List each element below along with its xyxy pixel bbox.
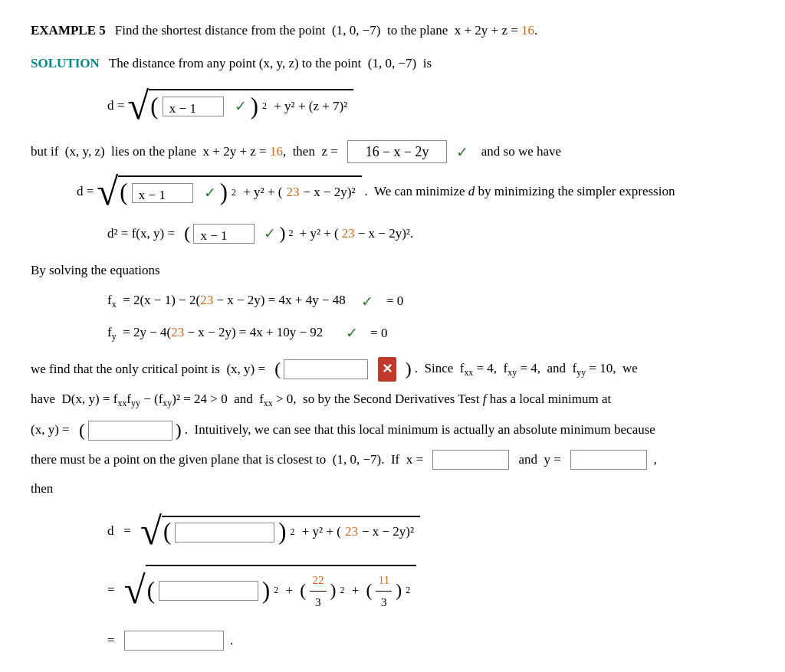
rp-f2: ) xyxy=(262,579,270,603)
critical-text1: we find that the only critical point is … xyxy=(31,358,265,382)
then-line: then xyxy=(31,477,754,501)
lp5: ( xyxy=(79,421,85,440)
eq-sym3: = xyxy=(107,629,115,653)
final-d-line1: d = √ ( )2 + y² + (23 − x − 2y)² xyxy=(107,512,754,551)
sqrt-content2: ( x − 1 ✓ )2 + y² + (23 − x − 2y)² xyxy=(118,175,361,209)
d-formula-2: d = √ ( x − 1 ✓ )2 + y² + (23 − x − 2y)²… xyxy=(77,172,754,211)
d-eq2: d = xyxy=(77,180,94,204)
lp-frac2: ( xyxy=(366,582,373,600)
exp-2: 2 xyxy=(262,98,267,114)
rp3: ) xyxy=(279,225,285,243)
const-23a: 23 xyxy=(286,181,299,205)
sqrt-sym-f1: √ xyxy=(140,512,162,551)
fy-equation: fy = 2y − 4(23 − x − 2y) = 4x + 10y − 92… xyxy=(107,320,754,346)
example-problem: Find the shortest distance from the poin… xyxy=(115,23,538,38)
input-final-blank1[interactable] xyxy=(175,523,274,543)
fx-text: fx = 2(x − 1) − 2(23 − x − 2y) = 4x + 4y… xyxy=(107,289,346,313)
d-final1: d = xyxy=(107,520,131,543)
and-y-text: and y = xyxy=(519,448,561,472)
input-xy-blank[interactable] xyxy=(88,421,172,441)
input-x-1-c[interactable]: x − 1 xyxy=(193,224,255,244)
critical-point-line: we find that the only critical point is … xyxy=(31,357,754,382)
sqrt-expr1: √ ( x − 1 ✓ )2 + y² + (z + 7)² xyxy=(127,87,353,126)
exp-f1: 2 xyxy=(291,524,295,540)
by-solving-text: By solving the equations xyxy=(31,259,160,283)
but-if-line: but if (x, y, z) lies on the plane x + 2… xyxy=(31,139,754,166)
d-squared-formula: d² = f(x, y) = ( x − 1 ✓ )2 + y² + (23 −… xyxy=(107,221,754,247)
lp-f2: ( xyxy=(147,579,155,603)
intuitively-text: . Intuitively, we can see that this loca… xyxy=(185,418,655,442)
sqrt-symbol: √ xyxy=(127,87,149,126)
lp-frac1: ( xyxy=(300,582,306,600)
check-5: ✓ xyxy=(361,289,373,315)
by-solving-label: By solving the equations xyxy=(31,259,754,283)
xy-point-line: (x, y) = ( ) . Intuitively, we can see t… xyxy=(31,418,754,442)
check-mark-1: ✓ xyxy=(235,93,247,120)
there-text1: there must be a point on the given plane… xyxy=(31,448,423,472)
sqrt-content-f2: ( )2 + ( 22 3 )2 + ( 11 3 )2 xyxy=(146,565,416,615)
lp-f1: ( xyxy=(163,520,171,544)
input-x-val[interactable] xyxy=(432,450,509,470)
input-x-1-b[interactable]: x − 1 xyxy=(132,183,193,203)
lp4: ( xyxy=(274,360,281,379)
sqrt-sym2: √ xyxy=(97,172,118,211)
rp4: ) xyxy=(406,360,412,379)
exp2c: 2 xyxy=(288,225,293,241)
right-paren: ) xyxy=(251,95,258,119)
frac2-den: 3 xyxy=(379,592,389,613)
frac1-num: 22 xyxy=(310,569,326,592)
example-label: EXAMPLE 5 xyxy=(31,23,106,38)
exp-frac2: 2 xyxy=(406,582,410,598)
sqrt-content-f1: ( )2 + y² + (23 − x − 2y)² xyxy=(162,516,420,547)
sqrt-expr2: √ ( x − 1 ✓ )2 + y² + (23 − x − 2y)² xyxy=(97,172,361,211)
rp-f1: ) xyxy=(278,520,286,544)
fraction-22-3: 22 3 xyxy=(310,569,326,612)
solution-text: The distance from any point (x, y, z) to… xyxy=(103,52,432,76)
and-so-text: and so we have xyxy=(481,140,561,164)
eq-zero-1: = 0 xyxy=(386,290,403,313)
fy-text: fy = 2y − 4(23 − x − 2y) = 4x + 10y − 92 xyxy=(107,321,323,346)
d-eq-label: d = xyxy=(107,94,124,118)
fx-equation: fx = 2(x − 1) − 2(23 − x − 2y) = 4x + 4y… xyxy=(107,289,754,315)
exp-frac1: 2 xyxy=(340,582,344,598)
there-line: there must be a point on the given plane… xyxy=(31,448,754,472)
sqrt-content1: ( x − 1 ✓ )2 + y² + (z + 7)² xyxy=(149,89,353,123)
lp3: ( xyxy=(184,225,190,243)
sqrt-sym-f2: √ xyxy=(124,571,146,610)
check-6: ✓ xyxy=(346,320,358,346)
since-text: . Since fxx = 4, fxy = 4, and fyy = 10, … xyxy=(415,357,638,382)
example-header: EXAMPLE 5 Find the shortest distance fro… xyxy=(31,23,754,38)
but-if-text: but if (x, y, z) lies on the plane x + 2… xyxy=(31,140,338,164)
x-mark: ✕ xyxy=(378,357,396,382)
sqrt-final2: √ ( )2 + ( 22 3 )2 + ( 11 3 )2 xyxy=(124,565,416,615)
check-mark-2: ✓ xyxy=(456,139,468,166)
dxy-text: have D(x, y) = fxxfyy − (fxy)² = 24 > 0 … xyxy=(31,388,611,412)
dxy-line: have D(x, y) = fxxfyy − (fxy)² = 24 > 0 … xyxy=(31,388,754,412)
eq-sym2: = xyxy=(107,579,115,602)
final-result-line: = . xyxy=(107,629,754,653)
input-y-val[interactable] xyxy=(570,450,647,470)
const-23c: 23 xyxy=(345,520,358,544)
input-z-value[interactable]: 16 − x − 2y xyxy=(347,140,447,163)
frac2-num: 11 xyxy=(376,569,392,592)
exp2b: 2 xyxy=(232,185,236,201)
input-final-result[interactable] xyxy=(124,631,224,651)
solution-intro: SOLUTION The distance from any point (x,… xyxy=(31,52,754,76)
minimize-text: . We can minimize d by minimizing the si… xyxy=(365,180,675,204)
exp-f2: 2 xyxy=(274,582,278,598)
check-3: ✓ xyxy=(204,180,216,206)
d2-eq: d² = f(x, y) = xyxy=(107,222,175,246)
input-critical-blank[interactable] xyxy=(284,359,368,379)
xy-prefix: (x, y) = xyxy=(31,418,70,442)
eq-zero-2: = 0 xyxy=(370,322,387,346)
input-x-minus-1[interactable]: x − 1 xyxy=(163,97,224,116)
check-4: ✓ xyxy=(264,221,276,247)
const-23b: 23 xyxy=(342,222,355,246)
solution-label: SOLUTION xyxy=(31,52,100,76)
input-final-blank2[interactable] xyxy=(159,581,258,601)
then-label: then xyxy=(31,477,53,501)
rp-frac2: ) xyxy=(396,582,402,600)
rp2: ) xyxy=(220,181,228,205)
distance-formula: d = √ ( x − 1 ✓ )2 + y² + (z + 7)² xyxy=(107,87,754,126)
rp-frac1: ) xyxy=(330,582,337,600)
